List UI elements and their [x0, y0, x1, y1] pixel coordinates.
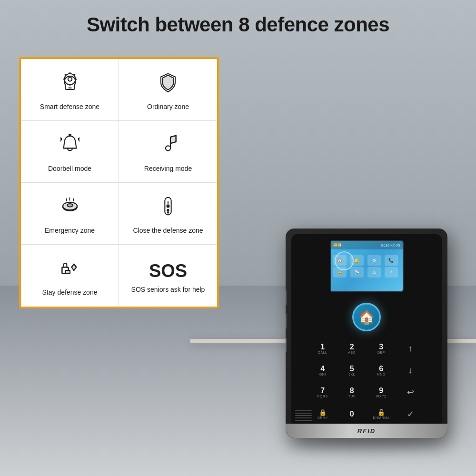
- side-button-1: [286, 290, 287, 305]
- lcd-icon-3: ⚙: [367, 255, 381, 266]
- alarm-panel: 📶📶 0·180 KX-A5 🏠 🔔 ⚙ 📞 🔒 📡 ⚠ ✓ 🏠 1 CALL: [286, 228, 447, 438]
- svg-point-15: [67, 204, 73, 207]
- zone-receiving: Receiving mode: [119, 121, 217, 183]
- zone-doorbell-label: Doorbell mode: [48, 164, 91, 173]
- svg-point-1: [68, 77, 71, 81]
- zone-smart-defense: Smart defense zone: [21, 59, 119, 121]
- zone-sos-label: SOS seniors ask for help: [131, 285, 205, 294]
- key-0[interactable]: 0: [339, 405, 366, 424]
- remote-icon: [156, 194, 180, 221]
- zone-ordinary: Ordinary zone: [119, 59, 217, 121]
- zone-doorbell: Doorbell mode: [21, 121, 119, 183]
- zone-smart-defense-label: Smart defense zone: [40, 102, 99, 111]
- zone-close-defense-label: Close the defense zone: [133, 226, 203, 235]
- key-2[interactable]: 2 ABC: [339, 339, 366, 358]
- key-3[interactable]: 3 DEF: [368, 339, 395, 358]
- key-4[interactable]: 4 GHI: [309, 361, 336, 380]
- zone-stay-defense: Stay defense zone: [21, 245, 119, 307]
- lcd-icon-7: ⚠: [367, 267, 381, 278]
- lcd-status: 0·180 KX-A5: [381, 244, 400, 247]
- lcd-icon-8: ✓: [385, 267, 398, 278]
- shield-icon: [156, 70, 180, 98]
- side-button-3: [286, 338, 287, 352]
- zones-card: Smart defense zone Ordinary zone: [19, 57, 219, 308]
- zone-ordinary-label: Ordinary zone: [147, 102, 189, 111]
- rfid-label: RFID: [357, 427, 376, 435]
- smoke-detector-icon: [58, 194, 82, 221]
- brain-gear-icon: [58, 70, 82, 98]
- svg-line-6: [65, 74, 66, 75]
- lcd-clock: [335, 251, 354, 270]
- zone-stay-defense-label: Stay defense zone: [42, 288, 98, 297]
- svg-point-0: [64, 74, 75, 85]
- page-title: Switch between 8 defence zones: [0, 13, 476, 36]
- svg-line-7: [74, 74, 75, 75]
- zone-emergency: Emergency zone: [21, 183, 119, 245]
- panel-bottom-strip: RFID: [286, 424, 447, 438]
- key-back[interactable]: ↩: [397, 383, 424, 402]
- zone-receiving-label: Receiving mode: [144, 164, 192, 173]
- sos-icon: SOS: [149, 259, 187, 280]
- keypad: 1 CALL 2 ABC 3 DEF ↑ 4 GHI 5 JKL: [309, 339, 424, 424]
- key-9[interactable]: 9 WXYZ: [368, 383, 395, 402]
- side-button-2: [286, 314, 287, 328]
- key-5[interactable]: 5 JKL: [339, 361, 366, 380]
- svg-point-19: [167, 209, 169, 211]
- music-note-icon: [156, 132, 180, 159]
- zone-sos: SOS SOS seniors ask for help: [119, 245, 217, 307]
- lcd-screen: 📶📶 0·180 KX-A5 🏠 🔔 ⚙ 📞 🔒 📡 ⚠ ✓: [330, 240, 404, 292]
- key-disarm[interactable]: 🔓 DISARM#: [368, 405, 395, 424]
- svg-point-20: [168, 212, 169, 213]
- key-1[interactable]: 1 CALL: [309, 339, 336, 358]
- bell-icon: [58, 132, 82, 159]
- stay-icon: [58, 256, 82, 283]
- zone-close-defense: Close the defense zone: [119, 183, 217, 245]
- key-arm[interactable]: 🔒 ARM#: [309, 405, 336, 424]
- speaker-grill: [295, 410, 312, 421]
- panel-inner: 📶📶 0·180 KX-A5 🏠 🔔 ⚙ 📞 🔒 📡 ⚠ ✓ 🏠 1 CALL: [291, 234, 442, 432]
- key-6[interactable]: 6 MNO: [368, 361, 395, 380]
- key-up[interactable]: ↑: [397, 339, 424, 358]
- lcd-top-bar: 📶📶 0·180 KX-A5: [331, 241, 403, 249]
- key-down[interactable]: ↓: [397, 361, 424, 380]
- home-button[interactable]: 🏠: [352, 303, 381, 331]
- key-7[interactable]: 7 PQRS: [309, 383, 336, 402]
- svg-point-18: [167, 205, 169, 207]
- lcd-icon-6: 📡: [350, 267, 364, 278]
- key-check[interactable]: ✓: [397, 405, 424, 424]
- zone-emergency-label: Emergency zone: [45, 226, 95, 235]
- key-8[interactable]: 8 TUV: [339, 383, 366, 402]
- lcd-icon-4: 📞: [385, 255, 398, 266]
